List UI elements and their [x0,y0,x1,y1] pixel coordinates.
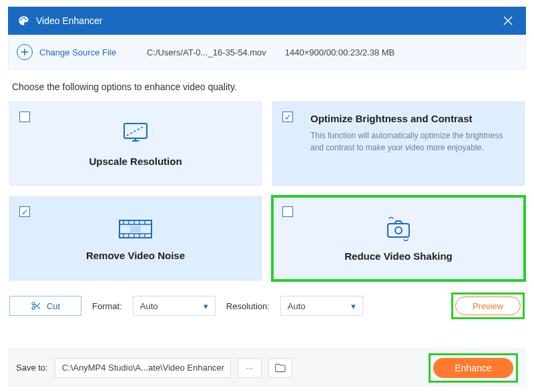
browse-button[interactable]: ··· [238,358,262,378]
folder-icon [275,363,286,373]
chevron-down-icon: ▾ [351,301,356,311]
plus-icon [17,44,33,60]
window-title: Video Enhancer [36,15,499,26]
options-grid: Upscale Resolution Optimize Brightness a… [8,102,526,280]
format-value: Auto [140,301,158,311]
checkbox-shaking[interactable] [282,206,293,217]
instruction-text: Choose the following options to enhance … [8,69,526,102]
chevron-down-icon: ▾ [204,301,208,311]
open-folder-button[interactable] [268,358,292,378]
resolution-label: Resolution: [226,301,270,311]
camera-shake-icon [380,216,417,242]
card-reduce-shaking[interactable]: Reduce Video Shaking [272,196,525,280]
filmstrip-icon [115,216,156,242]
monitor-icon [119,121,152,148]
card-content: Remove Video Noise [22,206,249,270]
tool-row: Cut Format: Auto ▾ Resolution: Auto ▾ Pr… [8,280,526,330]
source-path: C:/Users/AT-0..._16-35-54.mov [147,47,266,57]
card-title: Reduce Video Shaking [344,250,452,262]
format-label: Format: [92,301,122,311]
svg-point-4 [395,227,402,234]
close-button[interactable] [499,12,517,29]
save-to-label: Save to: [16,363,48,373]
close-icon [503,15,513,26]
card-title: Remove Video Noise [86,250,185,261]
ellipsis-icon: ··· [246,363,253,373]
enhance-button[interactable]: Enhance [433,358,513,378]
card-title: Optimize Brightness and Contrast [310,113,512,124]
card-upscale-resolution[interactable]: Upscale Resolution [9,102,262,186]
source-meta: 1440×900/00:00:23/2.38 MB [285,47,394,57]
save-path-field[interactable]: C:\AnyMP4 Studio\A...ate\Video Enhancer [55,358,231,378]
preview-highlight: Preview [451,292,525,319]
format-select[interactable]: Auto ▾ [133,296,216,316]
resolution-select[interactable]: Auto ▾ [280,296,363,316]
preview-label: Preview [473,301,503,311]
checkbox-noise[interactable] [19,206,30,217]
window-inner: Video Enhancer Change Source File C:/Use… [8,7,526,387]
card-content: Reduce Video Shaking [285,206,512,270]
checkbox-upscale[interactable] [19,112,30,122]
card-content: Upscale Resolution [22,112,249,176]
card-optimize-brightness[interactable]: Optimize Brightness and Contrast This fu… [272,102,525,186]
cut-button[interactable]: Cut [9,296,81,316]
card-title: Upscale Resolution [89,156,182,167]
palette-icon [17,15,29,27]
card-remove-noise[interactable]: Remove Video Noise [9,196,262,280]
svg-rect-2 [130,226,141,232]
save-path-value: C:\AnyMP4 Studio\A...ate\Video Enhancer [62,363,224,373]
enhance-label: Enhance [455,363,491,373]
source-bar: Change Source File C:/Users/AT-0..._16-3… [8,35,526,69]
bottom-bar: Save to: C:\AnyMP4 Studio\A...ate\Video … [8,348,526,387]
change-source-button[interactable]: Change Source File [17,44,116,60]
change-source-label: Change Source File [39,47,116,57]
cut-label: Cut [47,301,60,311]
checkbox-brightness[interactable] [282,112,293,122]
video-enhancer-window: Video Enhancer Change Source File C:/Use… [0,0,534,392]
card-description: This function will automatically optimiz… [310,130,512,154]
titlebar: Video Enhancer [8,7,526,35]
resolution-value: Auto [288,301,306,311]
scissors-icon [31,301,41,311]
svg-rect-3 [388,224,409,237]
enhance-highlight: Enhance [429,353,518,383]
card-content: Optimize Brightness and Contrast This fu… [285,112,512,154]
preview-button[interactable]: Preview [455,297,521,315]
